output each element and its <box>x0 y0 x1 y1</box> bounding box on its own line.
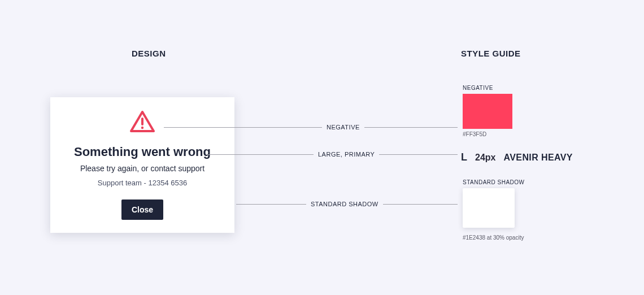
annotation-label-shadow: STANDARD SHADOW <box>306 201 383 207</box>
error-dialog-card: Something went wrong Please try again, o… <box>50 97 234 233</box>
shadow-swatch <box>463 188 515 228</box>
warning-triangle-icon <box>129 109 156 136</box>
color-swatch-label: NEGATIVE <box>463 85 512 91</box>
style-guide-section-title: STYLE GUIDE <box>461 49 521 58</box>
close-button[interactable]: Close <box>121 199 163 220</box>
color-swatch-negative <box>463 94 512 129</box>
annotation-label-icon: NEGATIVE <box>322 124 364 131</box>
type-size-token: L <box>461 151 467 163</box>
shadow-spec-text: #1E2438 at 30% opacity <box>463 235 525 241</box>
svg-point-1 <box>141 127 143 129</box>
color-swatch-hex: #FF3F5D <box>463 131 512 137</box>
shadow-swatch-group: STANDARD SHADOW #1E2438 at 30% opacity <box>463 179 525 241</box>
dialog-subtext: Please try again, or contact support <box>80 164 204 173</box>
color-swatch-negative-group: NEGATIVE #FF3F5D <box>463 85 512 137</box>
dialog-support-text: Support team - 12354 6536 <box>98 179 187 187</box>
typography-spec-row: L 24px AVENIR HEAVY <box>461 151 573 163</box>
shadow-swatch-label: STANDARD SHADOW <box>463 179 525 185</box>
dialog-heading: Something went wrong <box>74 145 211 159</box>
annotation-line-icon <box>164 127 458 128</box>
design-section-title: DESIGN <box>132 49 166 58</box>
annotation-label-heading: LARGE, PRIMARY <box>314 151 379 158</box>
type-size-value: 24px <box>475 153 495 163</box>
type-font-name: AVENIR HEAVY <box>503 153 572 163</box>
